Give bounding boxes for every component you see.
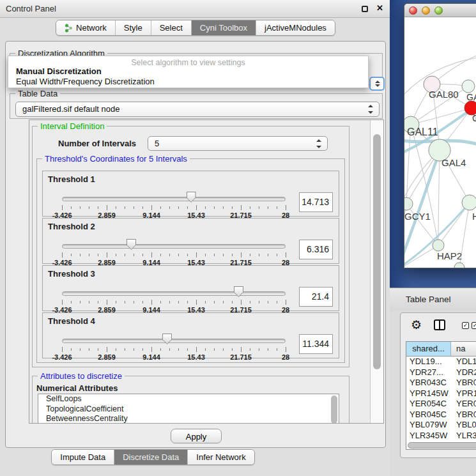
tab-style[interactable]: Style xyxy=(116,20,151,35)
table-data-combo[interactable]: galFiltered.sif default node xyxy=(15,102,380,117)
slider-track[interactable] xyxy=(62,244,286,249)
horizontal-scrollbar[interactable] xyxy=(408,442,476,449)
threshold-value-field[interactable]: 6.316 xyxy=(299,240,333,259)
cell-name: YBR0 xyxy=(451,378,476,388)
mac-close-button[interactable] xyxy=(409,6,417,15)
thresholds-list: Threshold 1-3.4262.8599.14415.4321.71528… xyxy=(42,171,339,360)
table-rows: YDL19...YDL1YDR27...YDR2YBR043CYBR0YPR14… xyxy=(406,357,476,450)
tab-label: Select xyxy=(160,23,183,33)
number-of-intervals-combo[interactable]: 5 xyxy=(148,136,328,151)
cell-name: YLR3 xyxy=(451,431,476,441)
attribute-item[interactable]: BetweennessCentrality xyxy=(38,414,339,424)
attribute-item[interactable]: TopologicalCoefficient xyxy=(38,404,339,415)
top-tabbar: NetworkStyleSelectCyni ToolboxjActiveMNo… xyxy=(0,20,391,39)
tab-label: Cyni Toolbox xyxy=(200,23,247,33)
table-row[interactable]: YLR345WYLR3 xyxy=(406,431,476,441)
checkbox-icon[interactable]: ✓ xyxy=(472,322,476,329)
slider-track[interactable] xyxy=(62,339,286,343)
split-columns-icon[interactable] xyxy=(434,319,445,330)
network-icon xyxy=(65,23,73,33)
algorithm-combo-button[interactable] xyxy=(369,77,385,91)
table-data-label: Table Data xyxy=(15,89,60,98)
table-row[interactable]: YPR145WYPR1 xyxy=(406,388,476,399)
mac-zoom-button[interactable] xyxy=(434,6,443,15)
column-header[interactable]: shared... xyxy=(406,342,451,356)
slider-ticks xyxy=(62,205,286,211)
network-node-label: GAL80 xyxy=(429,89,459,100)
threshold-panel: Threshold 1-3.4262.8599.14415.4321.71528… xyxy=(42,171,339,217)
table-row[interactable]: YDL19...YDL1 xyxy=(406,357,476,367)
tab-discretize-data[interactable]: Discretize Data xyxy=(114,450,188,464)
threshold-value-field[interactable]: 11.344 xyxy=(299,334,333,354)
table-data-group: Table Data galFiltered.sif default node xyxy=(10,93,383,119)
table-row[interactable]: YBR045CYBR0 xyxy=(406,410,476,420)
table-row[interactable]: YDR27...YDR2 xyxy=(406,367,476,378)
control-panel-titlebar: Control Panel ✕ xyxy=(0,0,391,18)
vertical-scrollbar[interactable] xyxy=(370,120,383,423)
table-header: shared...na xyxy=(406,342,476,357)
gear-icon[interactable]: ⚙ xyxy=(411,318,422,332)
scrollbar-thumb[interactable] xyxy=(373,134,381,369)
threshold-panel: Threshold 2-3.4262.8599.14415.4321.71528… xyxy=(42,218,339,264)
algorithm-option[interactable]: Manual Discretization xyxy=(8,66,368,77)
threshold-value-field[interactable]: 21.4 xyxy=(299,287,333,307)
tab-infer-network[interactable]: Infer Network xyxy=(188,450,254,464)
list-scrollbar-thumb[interactable] xyxy=(331,395,337,424)
network-view-window: GAL80GACYGAL11GAL4GCY1HAHAP2 xyxy=(404,3,476,268)
slider-track[interactable] xyxy=(62,291,286,296)
node-table[interactable]: shared...na YDL19...YDL1YDR27...YDR2YBR0… xyxy=(406,341,476,450)
tab-impute-data[interactable]: Impute Data xyxy=(52,450,114,464)
algorithm-option[interactable]: Equal Width/Frequency Discretization xyxy=(8,77,368,87)
table-panel-card: ⚙ ✓ ✓ shared...na YDL19...YDL1YDR27...YD… xyxy=(400,312,476,458)
table-row[interactable]: YER054CYER0 xyxy=(406,399,476,410)
cyni-toolbox-panel: Discretization Algorithm Table Data galF… xyxy=(5,41,386,448)
slider-ticks xyxy=(62,300,286,305)
cell-shared-name: YDL19... xyxy=(406,357,451,367)
table-row[interactable]: YBL079WYBL0 xyxy=(406,420,476,431)
threshold-label: Threshold 3 xyxy=(48,269,95,279)
cell-shared-name: YBR043C xyxy=(406,378,451,388)
network-node[interactable] xyxy=(462,80,475,93)
threshold-value-field[interactable]: 14.713 xyxy=(299,192,333,212)
tab-jactivemnodules[interactable]: jActiveMNodules xyxy=(256,20,335,35)
network-canvas[interactable]: GAL80GACYGAL11GAL4GCY1HAHAP2 xyxy=(404,17,476,268)
cell-shared-name: YER054C xyxy=(406,399,451,410)
algorithm-placeholder-option[interactable]: Select algorithm to view settings xyxy=(8,56,368,66)
interval-definition-label: Interval Definition xyxy=(38,121,107,131)
interval-definition-group: Interval Definition Number of Intervals … xyxy=(32,126,349,367)
combo-spinner-icon xyxy=(368,105,374,114)
network-node[interactable] xyxy=(404,197,413,210)
numerical-attributes-list[interactable]: SelfLoopsTopologicalCoefficientBetweenne… xyxy=(38,394,339,424)
slider-track[interactable] xyxy=(62,197,286,201)
network-node[interactable] xyxy=(462,195,476,210)
network-node-label: GCY1 xyxy=(404,211,431,222)
checkbox-icon[interactable]: ✓ xyxy=(462,322,469,329)
cell-shared-name: YDR27... xyxy=(406,367,451,378)
attribute-item[interactable]: SelfLoops xyxy=(38,394,339,404)
right-region: GAL80GACYGAL11GAL4GCY1HAHAP2 Table Panel… xyxy=(390,0,476,476)
number-of-intervals-label: Number of Intervals xyxy=(58,139,136,148)
tab-label: Network xyxy=(76,23,107,33)
attributes-group-label: Attributes to discretize xyxy=(38,371,125,381)
tab-network[interactable]: Network xyxy=(56,20,116,35)
cell-shared-name: YBR045C xyxy=(406,410,451,420)
tab-cyni-toolbox[interactable]: Cyni Toolbox xyxy=(192,20,256,35)
network-edge[interactable] xyxy=(404,245,438,268)
network-node-label: GAL4 xyxy=(441,157,466,168)
spinner-down-icon xyxy=(375,84,380,87)
tab-label: Discretize Data xyxy=(123,452,179,462)
table-row[interactable]: YBR043CYBR0 xyxy=(406,378,476,388)
close-icon[interactable]: ✕ xyxy=(376,3,383,13)
tab-select[interactable]: Select xyxy=(151,20,192,35)
network-edge[interactable] xyxy=(438,150,440,245)
network-node[interactable] xyxy=(454,263,464,268)
network-node-label: GAL11 xyxy=(407,127,438,137)
float-window-icon[interactable] xyxy=(362,6,368,12)
settings-scrollpane: Interval Definition Number of Intervals … xyxy=(29,119,384,424)
network-node[interactable] xyxy=(433,240,444,251)
apply-button[interactable]: Apply xyxy=(171,429,222,443)
column-header[interactable]: na xyxy=(451,342,476,356)
window-title: Control Panel xyxy=(6,4,56,13)
mac-minimize-button[interactable] xyxy=(422,6,430,15)
tab-label: jActiveMNodules xyxy=(265,23,326,33)
